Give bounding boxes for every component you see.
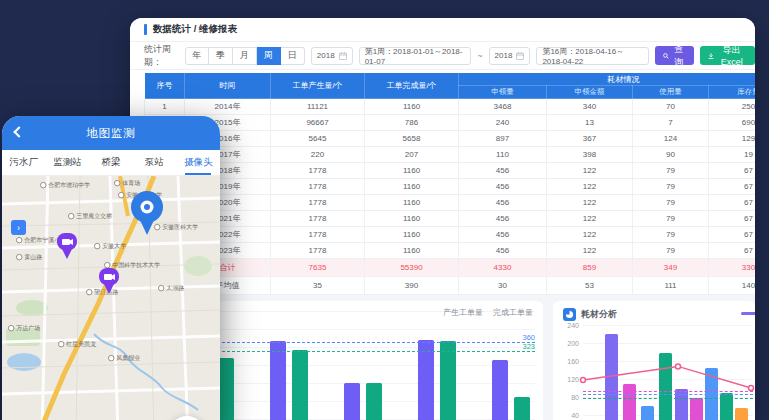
week-range-end-input[interactable]: 第16周：2018-04-16～2018-04-22 [536, 47, 649, 65]
map-poi-label: 安徽大学 [94, 242, 126, 250]
selected-camera-marker[interactable] [128, 190, 166, 236]
table-cell: 19 [709, 147, 756, 163]
breadcrumb: 数据统计 / 维修报表 [153, 23, 237, 36]
table-cell: 79 [633, 195, 709, 211]
chart-icon [563, 308, 576, 321]
back-chevron-icon[interactable] [13, 126, 24, 137]
table-cell: 67 [709, 243, 756, 259]
bar-完成工单量[interactable] [514, 397, 530, 420]
table-cell: 240 [459, 115, 547, 131]
download-icon [708, 52, 714, 60]
table-cell: 1778 [271, 179, 365, 195]
table-cell: 13 [547, 115, 633, 131]
table-cell: 79 [633, 227, 709, 243]
bar-完成工单量[interactable] [218, 358, 234, 420]
bar-完成工单量[interactable] [292, 350, 308, 420]
year-end-picker[interactable]: 2018 [489, 47, 531, 65]
period-option-年[interactable]: 年 [185, 47, 209, 65]
bar-完成工单量[interactable] [366, 383, 382, 420]
breadcrumb-bar: 数据统计 / 维修报表 [130, 18, 755, 42]
year-start-picker[interactable]: 2018 [311, 47, 353, 65]
table-cell: 1160 [365, 195, 459, 211]
table-cell: 456 [459, 227, 547, 243]
y-axis-tick: 240 [567, 322, 579, 329]
table-row: 12014年111211160346834070250 [145, 99, 756, 115]
table-cell: 1778 [271, 195, 365, 211]
bar-完成工单量[interactable] [440, 341, 456, 420]
camera-pin-marker[interactable] [98, 267, 120, 295]
year-end-value: 2018 [495, 51, 513, 60]
table-cell: 1778 [271, 243, 365, 259]
table-cell: 122 [547, 195, 633, 211]
query-button[interactable]: 查询 [655, 46, 693, 65]
table-cell: 122 [547, 179, 633, 195]
table-cell: 1 [145, 99, 185, 115]
table-row: 72020年177811604561227967 [145, 195, 756, 211]
table-cell: 1160 [365, 243, 459, 259]
phone-tab-bar: 污水厂监测站桥梁泵站摄像头 [2, 150, 220, 176]
y-axis-tick: 40 [571, 412, 579, 419]
line-point[interactable] [581, 377, 586, 382]
table-cell: 55390 [365, 259, 459, 277]
chart-legend: 产生工单量完成工单量 [443, 307, 533, 318]
period-label: 统计周期： [144, 43, 179, 69]
consumables-chart-card: 耗材分析 2402001601208040 [553, 301, 755, 420]
table-cell: 786 [365, 115, 459, 131]
map-poi-label: 红星美凯龙 [58, 340, 96, 348]
table-cell: 124 [633, 131, 709, 147]
table-row: 42017年2202071103989019 [145, 147, 756, 163]
export-excel-button[interactable]: 导出Excel [700, 46, 756, 65]
table-cell: 7 [633, 115, 709, 131]
table-cell: 1160 [365, 99, 459, 115]
table-cell: 53 [547, 277, 633, 295]
legend-item[interactable]: 产生工单量 [443, 307, 483, 318]
y-axis-tick: 120 [567, 376, 579, 383]
period-option-周[interactable]: 周 [257, 47, 281, 65]
table-cell: 367 [547, 131, 633, 147]
bar-产生工单量[interactable] [492, 360, 508, 420]
bar-产生工单量[interactable] [270, 341, 286, 420]
search-icon [663, 52, 669, 60]
export-button-label: 导出Excel [717, 44, 747, 67]
table-cell: 897 [459, 131, 547, 147]
bar-产生工单量[interactable] [344, 383, 360, 420]
camera-pin-marker[interactable] [56, 232, 78, 260]
table-cell: 2014年 [185, 99, 271, 115]
phone-tab-污水厂[interactable]: 污水厂 [2, 150, 46, 175]
table-cell: 30 [459, 277, 547, 295]
report-table: 序号 时间 工单产生量/个 工单完成量/个 耗材情况 申领量 申领金额 使用量 … [144, 72, 755, 295]
table-cell: 110 [459, 147, 547, 163]
phone-tab-摄像头[interactable]: 摄像头 [176, 150, 220, 175]
table-cell: 1778 [271, 227, 365, 243]
col-header-created: 工单产生量/个 [271, 73, 365, 99]
table-cell: 3468 [459, 99, 547, 115]
table-row: 22015年96667786240137690 [145, 115, 756, 131]
year-start-value: 2018 [317, 51, 335, 60]
period-option-季[interactable]: 季 [209, 47, 233, 65]
col-header-consumables-group: 耗材情况 [459, 73, 756, 86]
phone-tab-泵站[interactable]: 泵站 [133, 150, 177, 175]
map-canvas[interactable]: 合肥市琥珀中学体育场安徽农业大学三里庵立交桥安徽医科大学合肥市宁溪小学安徽大学黄… [2, 176, 220, 420]
table-cell: 1778 [271, 211, 365, 227]
table-cell: 70 [633, 99, 709, 115]
table-cell: 1160 [365, 163, 459, 179]
table-cell: 67 [709, 163, 756, 179]
phone-tab-桥梁[interactable]: 桥梁 [89, 150, 133, 175]
phone-tab-监测站[interactable]: 监测站 [46, 150, 90, 175]
table-cell: 220 [271, 147, 365, 163]
col-subheader-1: 申领量 [459, 86, 547, 99]
period-option-日[interactable]: 日 [281, 47, 305, 65]
table-cell: 96667 [271, 115, 365, 131]
map-poi-label: 三里庵立交桥 [68, 212, 112, 220]
table-row: 82021年177811604561227967 [145, 211, 756, 227]
legend-item[interactable]: 完成工单量 [493, 307, 533, 318]
line-point[interactable] [676, 364, 681, 369]
report-table-wrap: 序号 时间 工单产生量/个 工单完成量/个 耗材情况 申领量 申领金额 使用量 … [130, 70, 755, 295]
range-separator: ~ [477, 51, 482, 61]
table-cell: 390 [365, 277, 459, 295]
table-cell: 4330 [459, 259, 547, 277]
map-panel-expander[interactable]: › [11, 220, 26, 235]
week-range-start-input[interactable]: 第1周：2018-01-01～2018-01-07 [359, 47, 472, 65]
period-option-月[interactable]: 月 [233, 47, 257, 65]
line-point[interactable] [749, 386, 754, 391]
